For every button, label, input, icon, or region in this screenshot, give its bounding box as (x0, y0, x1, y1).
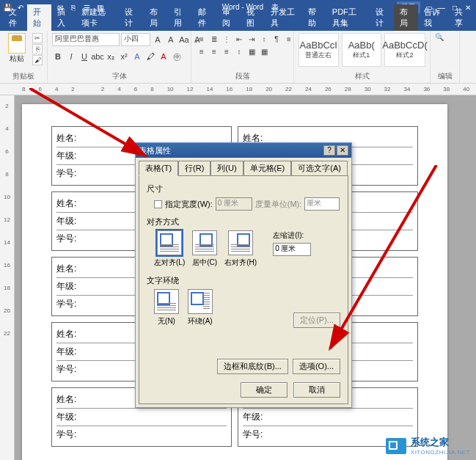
options-button[interactable]: 选项(O)... (293, 359, 340, 374)
preferred-width-checkbox[interactable] (154, 200, 162, 208)
tab-view[interactable]: 视图 (241, 4, 265, 31)
watermark-en: XITONGZHIJIA.NET (411, 449, 470, 456)
format-painter-icon[interactable]: 🖌 (32, 55, 43, 65)
paste-button[interactable]: 粘贴 (4, 33, 29, 64)
style-1[interactable]: AaBb(样式1 (342, 33, 382, 67)
style-2[interactable]: AaBbCcD(样式2 (384, 33, 425, 67)
table-properties-dialog: 表格属性 ? ✕ 表格(T) 行(R) 列(U) 单元格(E) 可选文字(A) … (135, 142, 352, 408)
wrap-around-icon (188, 289, 213, 314)
decrease-indent-icon[interactable]: ⇤ (233, 33, 245, 45)
italic-button[interactable]: I (65, 51, 77, 62)
watermark-cn: 系统之家 (411, 436, 470, 449)
highlight-icon[interactable]: 🖍 (144, 51, 156, 62)
group-label: 剪贴板 (4, 70, 43, 81)
cancel-button[interactable]: 取消 (293, 382, 340, 398)
card-grade-label: 年级: (243, 411, 274, 423)
wrap-none-icon (154, 289, 179, 314)
tab-newtab[interactable]: 新建选项卡 (76, 4, 119, 31)
find-icon[interactable]: 🔍 (435, 33, 444, 41)
tab-insert[interactable]: 插入 (51, 4, 76, 31)
showmarks-icon[interactable]: ¶ (271, 33, 282, 45)
tab-pdf[interactable]: PDF工具集 (326, 4, 370, 31)
dlg-tab-table[interactable]: 表格(T) (139, 161, 178, 176)
ok-button[interactable]: 确定 (241, 382, 288, 398)
bold-button[interactable]: B (52, 51, 64, 62)
positioning-button: 定位(P)... (293, 313, 340, 328)
tab-start[interactable]: 开始 (27, 4, 51, 31)
text-effects-icon[interactable]: A (131, 51, 143, 62)
card-id-label: 学号: (56, 363, 87, 376)
tab-tellme[interactable]: 告诉我 (418, 4, 449, 31)
tab-layout[interactable]: 布局 (144, 4, 168, 31)
align-center-icon (192, 230, 217, 255)
tab-developer[interactable]: 开发工具 (265, 4, 301, 31)
borders-icon[interactable]: ▦ (258, 45, 270, 57)
strike-button[interactable]: abc (92, 51, 103, 62)
ruler-vertical[interactable]: 246810121416182022 (0, 95, 15, 460)
sort-icon[interactable]: ↕ (258, 33, 270, 45)
dlg-tab-cell[interactable]: 单元格(E) (244, 161, 292, 175)
numbering-icon[interactable]: ≣ (208, 33, 220, 45)
group-label: 样式 (299, 70, 425, 81)
multilevel-icon[interactable]: ⋮ (221, 33, 232, 45)
tab-table-design[interactable]: 设计 (370, 4, 394, 31)
justify-icon[interactable]: ≡ (221, 45, 232, 57)
subscript-icon[interactable]: x₂ (105, 51, 117, 62)
watermark-icon (386, 438, 406, 454)
tab-references[interactable]: 引用 (168, 4, 192, 31)
preferred-width-label: 指定宽度(W): (165, 199, 213, 210)
grow-font-icon[interactable]: A (152, 34, 164, 45)
bullets-icon[interactable]: ≡ (196, 33, 208, 45)
group-editing: 🔍 编辑 (431, 31, 460, 83)
underline-button[interactable]: U (78, 51, 90, 62)
increase-indent-icon[interactable]: ⇥ (246, 33, 257, 45)
dialog-tabs: 表格(T) 行(R) 列(U) 单元格(E) 可选文字(A) (136, 158, 351, 175)
borders-shading-button[interactable]: 边框和底纹(B)... (217, 359, 288, 374)
tab-mailings[interactable]: 邮件 (192, 4, 216, 31)
dlg-tab-col[interactable]: 列(U) (210, 161, 243, 175)
wrap-section-label: 文字环绕 (147, 275, 340, 286)
align-center-icon[interactable]: ≡ (196, 45, 208, 57)
tab-design[interactable]: 设计 (119, 4, 143, 31)
font-family-select[interactable]: 阿里巴巴普惠 (52, 33, 120, 46)
align-left-option[interactable]: 左对齐(L) (154, 230, 185, 268)
card-name-label: 姓名: (56, 328, 87, 340)
align-left-icon[interactable]: ≡ (283, 33, 295, 45)
tab-help[interactable]: 帮助 (302, 4, 326, 31)
dlg-tab-alt[interactable]: 可选文字(A) (291, 161, 348, 175)
shading-icon[interactable]: ▦ (246, 45, 257, 57)
dialog-titlebar[interactable]: 表格属性 ? ✕ (136, 143, 351, 158)
align-center-option[interactable]: 居中(C) (192, 230, 217, 268)
tab-share[interactable]: 共享 (449, 4, 473, 31)
align-right-option[interactable]: 右对齐(H) (224, 230, 257, 268)
card-grade-label: 年级: (56, 150, 87, 162)
line-spacing-icon[interactable]: ↕ (233, 45, 245, 57)
copy-icon[interactable]: ⎘ (32, 44, 43, 54)
group-label: 编辑 (435, 70, 455, 81)
card-grade-label: 年级: (56, 411, 87, 423)
tab-review[interactable]: 审阅 (216, 4, 241, 31)
change-case-icon[interactable]: Aa (178, 34, 190, 45)
align-right-icon[interactable]: ≡ (208, 45, 220, 57)
style-normal[interactable]: AaBbCcI普通左右 (299, 33, 339, 67)
ruler-horizontal[interactable]: 8642246810121416182022242628303234363840… (0, 84, 476, 95)
tab-file[interactable]: 文件 (3, 4, 27, 31)
wrap-none-option[interactable]: 无(N) (154, 289, 179, 326)
superscript-icon[interactable]: x² (118, 51, 130, 62)
font-color-icon[interactable]: A (158, 51, 169, 62)
unit-label: 度量单位(M): (255, 199, 302, 210)
dialog-close-icon[interactable]: ✕ (337, 145, 348, 156)
dialog-title: 表格属性 (139, 145, 322, 156)
dlg-tab-row[interactable]: 行(R) (178, 161, 210, 175)
tab-table-layout[interactable]: 布局 (394, 4, 418, 31)
phonetic-icon[interactable]: ㊥ (171, 51, 183, 62)
font-size-select[interactable]: 小四 (121, 33, 150, 46)
wrap-around-option[interactable]: 环绕(A) (188, 289, 213, 326)
card-grade-label: 年级: (56, 280, 87, 293)
cut-icon[interactable]: ✂ (32, 33, 43, 43)
indent-input[interactable]: 0 厘米 (273, 243, 311, 256)
dialog-help-icon[interactable]: ? (323, 145, 335, 156)
shrink-font-icon[interactable]: A (165, 34, 177, 45)
card-name-label: 姓名: (56, 197, 87, 210)
card-id-label: 学号: (56, 428, 87, 441)
